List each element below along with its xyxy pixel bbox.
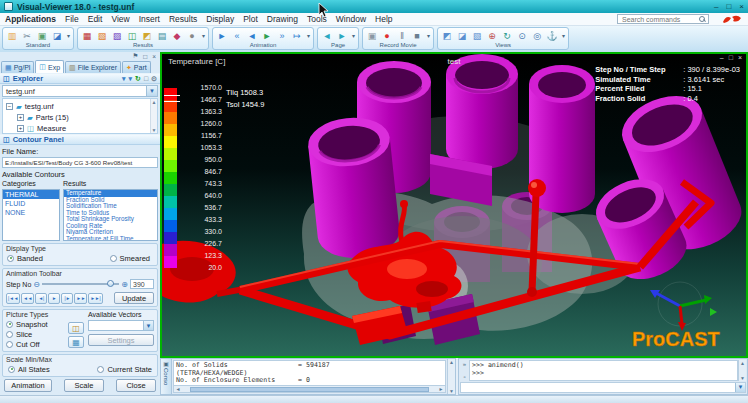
- expand-icon[interactable]: +: [17, 114, 24, 121]
- tab-part[interactable]: ✦Part: [122, 61, 151, 73]
- more-icon[interactable]: ⊙: [151, 75, 157, 83]
- radio-cutoff[interactable]: Cut Off: [6, 339, 64, 349]
- step-plus-icon[interactable]: ⊕: [121, 280, 128, 289]
- next-page-icon[interactable]: ►: [336, 30, 348, 42]
- export-animation-icon[interactable]: ↦: [291, 30, 303, 42]
- menu-insert[interactable]: Insert: [139, 14, 160, 24]
- step-back-button[interactable]: ◄|: [35, 293, 47, 304]
- menu-edit[interactable]: Edit: [88, 14, 103, 24]
- search-input[interactable]: [620, 15, 697, 24]
- vector-plot-icon[interactable]: ▨: [111, 30, 123, 42]
- console-vscrollbar[interactable]: ▲▼: [447, 359, 455, 394]
- fast-forward-button[interactable]: ►►: [74, 293, 87, 304]
- group-overflow-icon[interactable]: ▾: [67, 32, 70, 39]
- radio-snapshot[interactable]: Snapshot: [6, 319, 64, 329]
- prev-frame-icon[interactable]: ◄: [246, 30, 258, 42]
- slider-thumb[interactable]: [107, 280, 114, 287]
- group-overflow-icon[interactable]: ▾: [307, 32, 310, 39]
- float-icon[interactable]: □: [143, 53, 147, 60]
- menu-display[interactable]: Display: [206, 14, 234, 24]
- tab-pgpl[interactable]: ▦Pg/Pl: [1, 61, 34, 73]
- chevron-down-icon[interactable]: ▼: [735, 383, 745, 392]
- pin-icon[interactable]: ⚑: [132, 52, 138, 60]
- camera-icon[interactable]: ▣: [366, 30, 378, 42]
- console-tab[interactable]: ▣ Conso: [161, 359, 172, 394]
- menu-drawing[interactable]: Drawing: [267, 14, 298, 24]
- radio-current-state[interactable]: Current State: [97, 364, 152, 374]
- rotate-view-icon[interactable]: ↻: [501, 30, 513, 42]
- menu-file[interactable]: File: [65, 14, 79, 24]
- viewport-close-button[interactable]: ×: [738, 54, 742, 61]
- sort-icon[interactable]: ▾: [129, 75, 133, 83]
- first-frame-icon[interactable]: «: [231, 30, 243, 42]
- menu-window[interactable]: Window: [336, 14, 366, 24]
- contour-icon[interactable]: ▧: [96, 30, 108, 42]
- menu-results[interactable]: Results: [169, 14, 197, 24]
- console-hscrollbar[interactable]: ◄►: [173, 386, 446, 393]
- radio-slice[interactable]: Slice: [6, 329, 64, 339]
- viewport-3d[interactable]: ProCAST Temperature [C] test – □ ×: [160, 52, 748, 358]
- copy-icon[interactable]: ▣: [36, 30, 48, 42]
- expand-console-icon[interactable]: ▫: [463, 374, 465, 380]
- iso-view-icon[interactable]: ◩: [441, 30, 453, 42]
- tree-item-parts[interactable]: + ▰ Parts (15): [6, 112, 149, 123]
- filter-icon[interactable]: ▾: [122, 75, 126, 83]
- new-page-icon[interactable]: □: [144, 75, 148, 83]
- group-overflow-icon[interactable]: ▾: [562, 32, 565, 39]
- category-none[interactable]: NONE: [3, 208, 59, 217]
- cut-icon[interactable]: ✂: [21, 30, 33, 42]
- viewport-minimize-button[interactable]: –: [720, 54, 724, 61]
- maximize-button[interactable]: □: [726, 1, 731, 13]
- radio-banded[interactable]: Banded: [7, 253, 43, 263]
- expand-icon[interactable]: +: [17, 125, 24, 132]
- result-options-icon[interactable]: ●: [186, 30, 198, 42]
- python-vscrollbar[interactable]: ▲▼: [738, 360, 746, 381]
- top-view-icon[interactable]: ▧: [471, 30, 483, 42]
- chevron-down-icon[interactable]: ▼: [146, 86, 157, 96]
- axes-icon[interactable]: ⊕: [486, 30, 498, 42]
- fit-view-icon[interactable]: ◎: [531, 30, 543, 42]
- play-button[interactable]: ►: [48, 293, 60, 304]
- tree-item-measure[interactable]: + ◫ Measure: [6, 123, 149, 134]
- group-overflow-icon[interactable]: ▾: [202, 32, 205, 39]
- python-command-input[interactable]: ▼: [460, 382, 746, 393]
- vectors-combo[interactable]: ▼: [88, 320, 154, 331]
- close-panel-icon[interactable]: ×: [152, 53, 156, 60]
- next-frame-icon[interactable]: »: [276, 30, 288, 42]
- step-slider[interactable]: [42, 283, 119, 285]
- radio-all-states[interactable]: All States: [8, 364, 50, 374]
- menu-view[interactable]: View: [111, 14, 129, 24]
- step-forward-button[interactable]: |►: [61, 293, 73, 304]
- go-last-button[interactable]: ►►|: [88, 293, 102, 304]
- radio-smeared[interactable]: Smeared: [110, 253, 150, 263]
- stop-icon[interactable]: ■: [411, 30, 423, 42]
- collapse-icon[interactable]: −: [6, 103, 13, 110]
- rewind-button[interactable]: ◄◄: [21, 293, 34, 304]
- animation-button[interactable]: Animation: [4, 379, 52, 392]
- record-icon[interactable]: ●: [381, 30, 393, 42]
- cut-plane-icon[interactable]: ◩: [141, 30, 153, 42]
- step-minus-icon[interactable]: ⊖: [33, 280, 40, 289]
- viewport-restore-button[interactable]: □: [729, 54, 733, 61]
- front-view-icon[interactable]: ◪: [456, 30, 468, 42]
- chevron-down-icon[interactable]: ▼: [143, 321, 153, 330]
- tree-scrollbar[interactable]: ▲▼: [150, 99, 157, 133]
- update-button[interactable]: Update: [114, 292, 154, 304]
- go-first-button[interactable]: |◄◄: [6, 293, 20, 304]
- prev-page-icon[interactable]: ◄: [321, 30, 333, 42]
- slice-tool-button[interactable]: ◫: [68, 322, 84, 334]
- category-fluid[interactable]: FLUID: [3, 199, 59, 208]
- group-overflow-icon[interactable]: ▾: [352, 32, 355, 39]
- menu-plot[interactable]: Plot: [243, 14, 258, 24]
- file-name-input[interactable]: [2, 157, 158, 168]
- zoom-in-icon[interactable]: ⊙: [516, 30, 528, 42]
- step-value-input[interactable]: 390: [130, 279, 154, 289]
- load-results-icon[interactable]: ▦: [81, 30, 93, 42]
- cutoff-tool-button[interactable]: ▦: [68, 336, 84, 348]
- menu-help[interactable]: Help: [375, 14, 392, 24]
- result-temp-fill-time[interactable]: Temperature at Fill Time: [64, 236, 157, 242]
- open-file-icon[interactable]: ▥: [6, 30, 18, 42]
- refresh-icon[interactable]: ↻: [135, 75, 141, 83]
- tab-exp[interactable]: ◫Exp: [35, 60, 64, 73]
- probe-icon[interactable]: ◆: [171, 30, 183, 42]
